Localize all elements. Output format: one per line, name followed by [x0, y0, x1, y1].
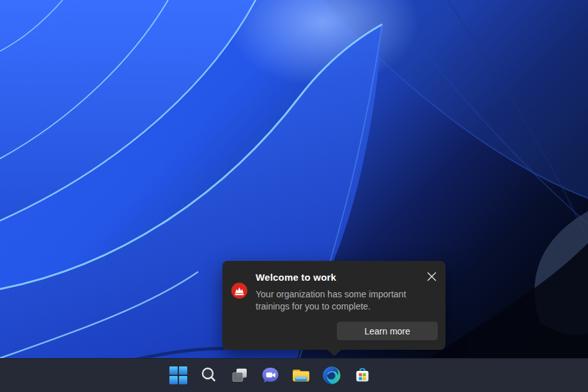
- taskbar-icon-group: [166, 359, 375, 392]
- search-button[interactable]: [196, 361, 222, 389]
- toast-title: Welcome to work: [256, 272, 336, 283]
- video-chat-bubble-icon: [261, 366, 280, 385]
- windows-logo-icon: [169, 366, 188, 385]
- close-x-icon: [427, 272, 437, 281]
- chat-button[interactable]: [258, 361, 283, 389]
- start-button[interactable]: [166, 361, 191, 389]
- notification-toast: Welcome to work Your organization has so…: [222, 261, 445, 350]
- search-icon: [199, 366, 219, 385]
- edge-button[interactable]: [319, 361, 344, 389]
- file-explorer-button[interactable]: [288, 361, 314, 389]
- task-view-icon: [230, 366, 249, 385]
- close-button[interactable]: [422, 267, 441, 286]
- training-mountain-badge-icon: [231, 283, 247, 299]
- taskbar: [0, 358, 588, 392]
- toast-pointer: [327, 350, 341, 356]
- folder-icon: [291, 366, 311, 385]
- task-view-button[interactable]: [227, 361, 252, 389]
- store-bag-icon: [353, 366, 372, 385]
- edge-browser-icon: [322, 366, 341, 385]
- learn-more-button[interactable]: Learn more: [337, 322, 438, 340]
- store-button[interactable]: [350, 361, 375, 389]
- toast-body: Your organization has some important tra…: [256, 288, 440, 313]
- desktop: Welcome to work Your organization has so…: [0, 0, 588, 392]
